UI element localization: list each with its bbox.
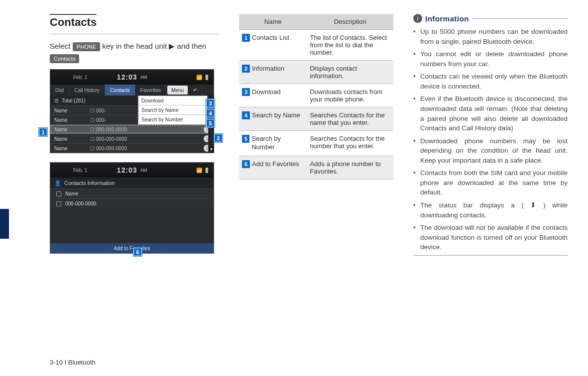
callout-6: 6 — [133, 248, 142, 256]
screenshot-contact-info: Feb. 1 12:03 AM 📶 🔋 👤Contacts Informatio… — [50, 162, 214, 254]
callout-1: 1 — [39, 128, 47, 136]
information-heading: i Information — [413, 14, 568, 23]
feature-table: Name Description 1Contacts List The list… — [239, 14, 393, 180]
status-date: Feb. 1 — [73, 75, 87, 80]
contacts-icon: 👤 — [54, 180, 61, 187]
dropdown-download[interactable]: Download — [138, 96, 207, 105]
screenshot-contacts-list: Feb. 1 12:03 AM 📶 🔋 Dial Call History Co… — [50, 69, 214, 153]
tab-call-history[interactable]: Call History — [69, 85, 105, 95]
badge-4: 4 — [242, 111, 250, 119]
menu-button[interactable]: Menu — [167, 86, 188, 94]
back-button[interactable]: ↶ — [189, 85, 202, 95]
tab-contacts[interactable]: Contacts — [105, 85, 135, 95]
list-item: Up to 5000 phone numbers can be download… — [413, 27, 568, 46]
detail-name-row: Name — [50, 188, 214, 198]
status-time: 12:03 — [117, 166, 137, 174]
dropdown-search-number[interactable]: Search by Number — [138, 115, 207, 124]
status-icons: 📶 🔋 — [196, 75, 210, 80]
page-footer: 3-10 I Bluetooth — [50, 359, 96, 366]
scroll-down-icon[interactable]: ▼ — [209, 146, 214, 153]
list-item: The status bar displays a ( ⬇ ) while do… — [413, 200, 568, 220]
list-item: Even if the Bluetooth device is disconne… — [413, 94, 568, 133]
menu-dropdown: Download Search by Name Search by Number — [138, 95, 208, 125]
status-time: 12:03 — [117, 73, 137, 81]
table-row: 4Search by Name Searches Contacts for th… — [239, 107, 393, 131]
list-item: The download will not be available if th… — [413, 223, 568, 252]
contacts-key: Contacts — [50, 54, 79, 63]
table-row: 2Information Displays contact informatio… — [239, 61, 393, 84]
badge-5: 5 — [242, 135, 249, 143]
contact-row-selected[interactable]: Name☐ 000-000-0000i — [50, 124, 214, 134]
status-icons: 📶 🔋 — [196, 168, 210, 173]
side-tab — [0, 209, 9, 239]
status-ampm: AM — [140, 75, 147, 80]
th-desc: Description — [307, 14, 393, 30]
phone-field-icon — [56, 201, 61, 206]
add-to-favorites-button[interactable]: Add to Favorites — [50, 243, 214, 253]
th-name: Name — [239, 14, 307, 30]
detail-title: Contacts Information — [64, 180, 115, 186]
table-row: 6Add to Favorites Adds a phone number to… — [239, 156, 393, 179]
status-date: Feb. 1 — [73, 168, 87, 173]
table-row: 5Search by Number Searches Contacts for … — [239, 131, 393, 156]
list-item: You cannot edit or delete downloaded pho… — [413, 49, 568, 69]
badge-1: 1 — [242, 34, 250, 42]
tab-dial[interactable]: Dial — [50, 85, 69, 95]
list-item: Contacts can be viewed only when the Blu… — [413, 72, 568, 91]
table-row: 1Contacts List The list of Contacts. Sel… — [239, 30, 393, 61]
table-row: 3Download Downloads contacts from your m… — [239, 84, 393, 107]
intro-text: Select PHONE key in the head unit ▶ and … — [50, 40, 219, 64]
information-icon: i — [413, 14, 422, 23]
section-title: Contacts — [50, 14, 97, 29]
tab-favorites[interactable]: Favorites — [135, 85, 166, 95]
badge-2: 2 — [242, 65, 250, 73]
detail-phone-row[interactable]: 000-000-0000 — [50, 198, 214, 208]
status-ampm: AM — [140, 168, 147, 173]
contact-row[interactable]: Name☐ 000-000-0000i — [50, 143, 214, 153]
field-icon — [56, 191, 61, 196]
contact-row[interactable]: Name☐ 000-000-0000i — [50, 134, 214, 143]
badge-6: 6 — [242, 160, 250, 168]
phone-key: PHONE — [73, 42, 100, 51]
list-item: Contacts from both the SIM card and your… — [413, 168, 568, 197]
callout-3: 3 — [206, 99, 215, 107]
callout-2: 2 — [214, 134, 223, 142]
dropdown-search-name[interactable]: Search by Name — [138, 105, 207, 115]
information-list: Up to 5000 phone numbers can be download… — [413, 27, 568, 252]
list-icon: ☰ — [54, 98, 59, 103]
list-item: Downloaded phone numbers may be lost dep… — [413, 136, 568, 166]
callout-5: 5 — [206, 119, 215, 127]
callout-4: 4 — [206, 109, 215, 117]
badge-3: 3 — [242, 88, 250, 96]
total-count: Total (281) — [62, 98, 85, 103]
